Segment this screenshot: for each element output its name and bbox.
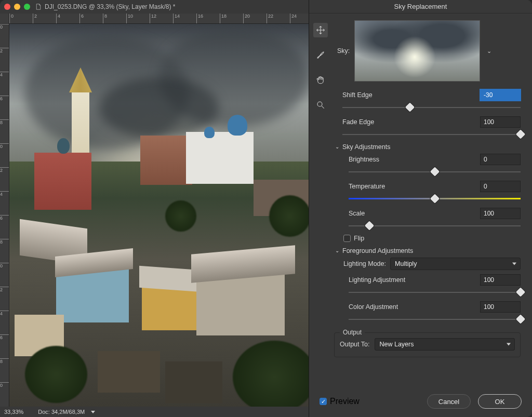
- lighting-adjustment-control: Lighting Adjustment 100: [349, 274, 521, 296]
- shift-edge-label: Shift Edge: [342, 91, 475, 99]
- ruler-origin[interactable]: [0, 14, 9, 24]
- panel-footer: Preview Cancel OK: [309, 394, 532, 417]
- sky-replacement-panel: Sky Replacement Sky: ⌄: [309, 0, 532, 417]
- brush-tool[interactable]: [313, 48, 328, 62]
- doc-title: DJI_0253.DNG @ 33,3% (Sky, Layer Mask/8)…: [45, 3, 175, 10]
- hand-tool[interactable]: [313, 73, 328, 87]
- close-window-icon[interactable]: [4, 4, 10, 10]
- output-section: Output Output To: New Layers: [334, 332, 521, 357]
- scale-slider[interactable]: [349, 222, 521, 230]
- horizontal-ruler[interactable]: 024681012141618202224: [9, 14, 309, 24]
- panel-controls: Sky: ⌄ Shift Edge -30 Fade Edge 100: [332, 14, 532, 394]
- chevron-right-icon[interactable]: [91, 411, 95, 413]
- shift-edge-control: Shift Edge -30: [342, 89, 521, 111]
- canvas[interactable]: [9, 24, 309, 407]
- window-controls: [4, 4, 30, 10]
- brightness-input[interactable]: 0: [480, 154, 521, 165]
- scale-control: Scale 100: [349, 208, 521, 230]
- minimize-window-icon[interactable]: [14, 4, 20, 10]
- output-header: Output: [340, 329, 365, 336]
- vertical-ruler[interactable]: 0246802468024680: [0, 24, 9, 407]
- color-adjustment-input[interactable]: 100: [480, 301, 521, 313]
- lighting-mode-control: Lighting Mode: Multiply: [343, 258, 521, 270]
- zoom-window-icon[interactable]: [24, 4, 30, 10]
- move-tool[interactable]: [313, 23, 328, 37]
- panel-tool-column: [309, 14, 332, 394]
- flip-control[interactable]: Flip: [343, 235, 521, 242]
- temperature-label: Temperature: [349, 183, 475, 190]
- ok-button[interactable]: OK: [478, 394, 522, 409]
- doc-title-bar: DJI_0253.DNG @ 33,3% (Sky, Layer Mask/8)…: [0, 0, 309, 14]
- preview-label: Preview: [330, 397, 360, 406]
- scale-input[interactable]: 100: [480, 208, 521, 219]
- fade-edge-input[interactable]: 100: [480, 116, 521, 128]
- sky-preset-dropdown[interactable]: ⌄: [485, 46, 494, 57]
- fade-edge-control: Fade Edge 100: [342, 116, 521, 138]
- lighting-mode-label: Lighting Mode:: [343, 260, 386, 267]
- zoom-readout[interactable]: 33,33%: [4, 409, 23, 415]
- preview-control[interactable]: Preview: [320, 397, 360, 406]
- cancel-button[interactable]: Cancel: [427, 394, 471, 409]
- panel-title: Sky Replacement: [309, 0, 532, 14]
- color-adjustment-label: Color Adjustment: [349, 303, 475, 311]
- color-adjustment-control: Color Adjustment 100: [349, 301, 521, 323]
- output-to-select[interactable]: New Layers: [375, 338, 515, 351]
- scale-label: Scale: [349, 210, 475, 217]
- document-window: DJI_0253.DNG @ 33,3% (Sky, Layer Mask/8)…: [0, 0, 309, 417]
- flip-label: Flip: [354, 235, 364, 242]
- docsize-readout[interactable]: Doc: 34,2M/68,3M: [38, 409, 95, 415]
- status-bar: 33,33% Doc: 34,2M/68,3M: [0, 407, 309, 417]
- fade-edge-label: Fade Edge: [342, 118, 475, 126]
- color-adjustment-slider[interactable]: [349, 316, 521, 323]
- document-icon: [35, 4, 42, 10]
- foreground-adjustments-header[interactable]: ⌄Foreground Adjustments: [335, 247, 521, 254]
- brightness-slider[interactable]: [349, 168, 521, 176]
- output-to-label: Output To:: [340, 341, 369, 348]
- sky-adjustments-header[interactable]: ⌄Sky Adjustments: [335, 143, 521, 151]
- shift-edge-slider[interactable]: [342, 104, 521, 111]
- lighting-adjustment-input[interactable]: 100: [480, 274, 521, 286]
- lighting-adjustment-slider[interactable]: [349, 289, 521, 296]
- brightness-label: Brightness: [349, 156, 475, 163]
- svg-point-0: [317, 102, 322, 106]
- sky-label: Sky:: [337, 47, 350, 55]
- lighting-adjustment-label: Lighting Adjustment: [349, 276, 475, 284]
- lighting-mode-select[interactable]: Multiply: [390, 258, 521, 270]
- temperature-input[interactable]: 0: [480, 181, 521, 192]
- brightness-control: Brightness 0: [349, 154, 521, 176]
- shift-edge-input[interactable]: -30: [480, 89, 521, 101]
- temperature-control: Temperature 0: [349, 181, 521, 203]
- zoom-tool[interactable]: [313, 98, 328, 112]
- temperature-slider[interactable]: [349, 195, 521, 203]
- preview-checkbox[interactable]: [320, 398, 327, 405]
- fade-edge-slider[interactable]: [342, 131, 521, 138]
- sky-preset-thumbnail[interactable]: [355, 21, 480, 81]
- flip-checkbox[interactable]: [343, 235, 351, 242]
